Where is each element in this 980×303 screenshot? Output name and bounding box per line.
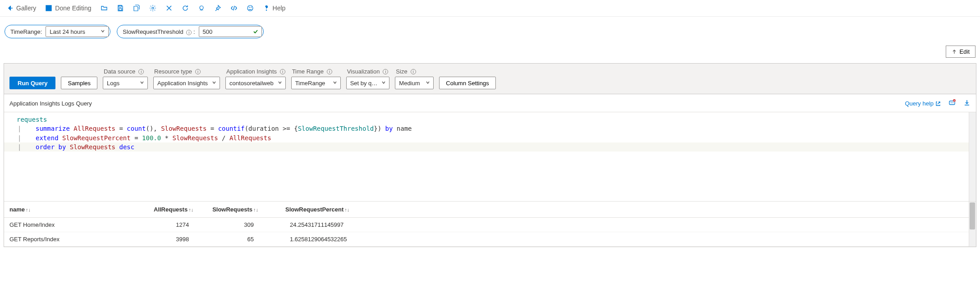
feedback-icon-button[interactable] xyxy=(245,3,256,14)
time-range-param-value: Last 24 hours xyxy=(50,28,85,35)
help-button[interactable]: Help xyxy=(261,3,288,14)
top-toolbar: Gallery Done Editing Help xyxy=(0,0,980,17)
visualization-value: Set by q… xyxy=(350,80,378,87)
svg-rect-2 xyxy=(119,9,122,10)
pin-icon-button[interactable] xyxy=(212,3,223,14)
info-icon[interactable]: i xyxy=(138,69,144,74)
col-header-slowrequests[interactable]: SlowRequests↑↓ xyxy=(207,202,272,218)
info-icon[interactable]: i xyxy=(383,69,388,74)
app-insights-label: Application Insightsi xyxy=(225,68,286,75)
svg-point-8 xyxy=(266,10,266,10)
code-icon-button[interactable] xyxy=(229,3,239,14)
copilot-icon: 10 xyxy=(948,99,956,107)
resource-type-label: Resource typei xyxy=(153,68,220,75)
svg-text:10: 10 xyxy=(953,100,956,102)
editor-scrollbar[interactable] xyxy=(969,112,976,201)
query-editor[interactable]: requests summarize AllRequests = count()… xyxy=(4,112,976,202)
app-insights-value: contosoretailweb xyxy=(229,80,274,87)
chevron-down-icon xyxy=(139,80,145,87)
parameters-row: TimeRange: Last 24 hours SlowRequestThre… xyxy=(0,17,980,46)
col-header-allrequests[interactable]: AllRequests↑↓ xyxy=(148,202,207,218)
save-icon-button[interactable] xyxy=(115,3,126,14)
time-range-select[interactable]: TimeRange xyxy=(291,77,341,89)
column-settings-button[interactable]: Column Settings xyxy=(439,77,495,89)
cell-name: GET Reports/Index xyxy=(4,232,148,247)
open-icon-button[interactable] xyxy=(99,3,110,14)
scrollbar-thumb[interactable] xyxy=(970,202,975,230)
close-icon xyxy=(165,5,173,12)
slow-threshold-param[interactable]: SlowRequestThreshold i : 500 xyxy=(117,25,263,38)
size-label: Sizei xyxy=(395,68,434,75)
svg-point-7 xyxy=(251,7,251,8)
col-header-name[interactable]: name↑↓ xyxy=(4,202,148,218)
panel-subheader: Application Insights Logs Query Query he… xyxy=(4,94,976,112)
chevron-down-icon xyxy=(332,80,338,87)
chevron-down-icon xyxy=(381,80,386,87)
chevron-down-icon xyxy=(100,28,105,35)
cell-all: 1274 xyxy=(148,218,207,232)
size-select[interactable]: Medium xyxy=(395,77,434,89)
time-range-label: Time Rangei xyxy=(291,68,341,75)
query-panel-header: Run Query Samples Data sourcei Logs Reso… xyxy=(4,64,976,94)
run-query-button[interactable]: Run Query xyxy=(9,77,55,89)
query-help-link[interactable]: Query help xyxy=(905,100,941,107)
edit-bar: Edit xyxy=(0,46,980,61)
samples-button[interactable]: Samples xyxy=(61,77,97,89)
svg-rect-1 xyxy=(119,5,121,7)
edit-button-label: Edit xyxy=(960,48,970,55)
up-arrow-icon xyxy=(952,49,957,55)
close-icon-button[interactable] xyxy=(164,3,174,14)
time-range-param[interactable]: TimeRange: Last 24 hours xyxy=(5,25,110,38)
external-link-icon xyxy=(935,101,941,106)
chevron-down-icon xyxy=(277,80,283,87)
settings-icon-button[interactable] xyxy=(147,3,158,14)
svg-point-3 xyxy=(151,7,153,9)
save-as-icon-button[interactable] xyxy=(131,3,142,14)
chevron-down-icon xyxy=(211,80,217,87)
download-icon xyxy=(963,99,971,106)
cell-name: GET Home/Index xyxy=(4,218,148,232)
resource-type-value: Application Insights xyxy=(157,80,208,87)
visualization-select[interactable]: Set by q… xyxy=(346,77,390,89)
download-icon-button[interactable] xyxy=(963,99,971,108)
clear-icon-button[interactable] xyxy=(196,3,207,14)
done-editing-button[interactable]: Done Editing xyxy=(43,3,93,14)
back-gallery-button[interactable]: Gallery xyxy=(5,3,38,14)
panel-subtitle: Application Insights Logs Query xyxy=(9,100,92,107)
data-source-select[interactable]: Logs xyxy=(103,77,148,89)
cell-slow: 65 xyxy=(207,232,272,247)
table-row[interactable]: GET Reports/Index 3998 65 1.625812906453… xyxy=(4,232,976,247)
edit-button[interactable]: Edit xyxy=(946,46,975,58)
info-icon[interactable]: i xyxy=(327,69,332,74)
svg-point-11 xyxy=(953,102,953,103)
gear-icon xyxy=(149,5,156,12)
info-icon[interactable]: i xyxy=(280,69,285,74)
slow-threshold-value: 500 xyxy=(203,28,213,35)
info-icon[interactable]: i xyxy=(411,69,416,74)
info-icon[interactable]: i xyxy=(195,69,201,74)
results-table: name↑↓ AllRequests↑↓ SlowRequests↑↓ Slow… xyxy=(4,202,976,247)
save-icon xyxy=(117,5,124,12)
time-range-param-label: TimeRange: xyxy=(10,28,42,35)
check-icon xyxy=(252,28,259,36)
copilot-icon-button[interactable]: 10 xyxy=(948,99,956,108)
time-range-param-select[interactable]: Last 24 hours xyxy=(46,26,109,37)
table-row[interactable]: GET Home/Index 1274 309 24.2543171114599… xyxy=(4,218,976,232)
table-scrollbar[interactable] xyxy=(969,202,976,247)
done-editing-label: Done Editing xyxy=(55,5,91,12)
svg-point-4 xyxy=(200,6,203,9)
col-header-slowrequestpercent[interactable]: SlowRequestPercent↑↓ xyxy=(272,202,362,218)
arrow-left-icon xyxy=(6,5,14,12)
refresh-icon-button[interactable] xyxy=(180,3,191,14)
info-icon[interactable]: i xyxy=(186,30,192,35)
app-insights-select[interactable]: contosoretailweb xyxy=(225,77,286,89)
cell-pct: 24.25431711145997 xyxy=(272,218,362,232)
resource-type-select[interactable]: Application Insights xyxy=(153,77,220,89)
done-editing-icon xyxy=(45,5,52,12)
query-token: requests xyxy=(17,116,47,123)
query-panel: Run Query Samples Data sourcei Logs Reso… xyxy=(4,63,976,247)
cell-pct: 1.6258129064532265 xyxy=(272,232,362,247)
slow-threshold-input[interactable]: 500 xyxy=(199,26,262,37)
broom-icon xyxy=(198,5,205,12)
help-label: Help xyxy=(273,5,286,12)
